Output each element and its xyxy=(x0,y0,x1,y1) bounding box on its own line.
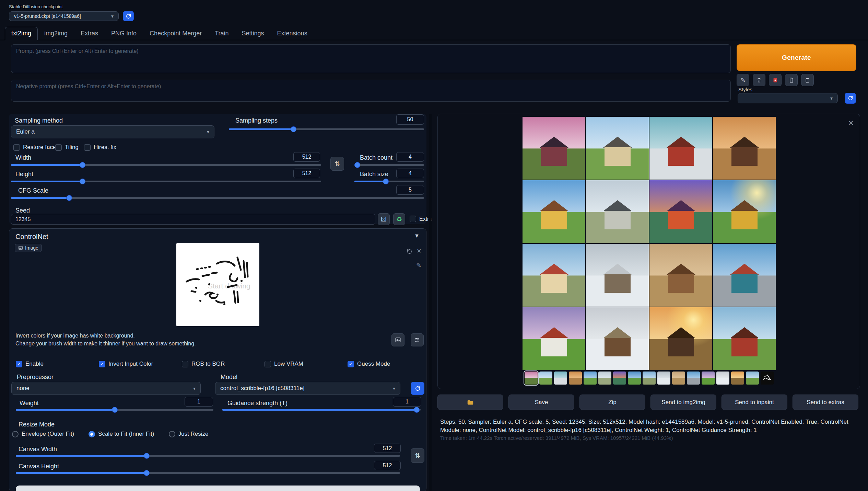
gallery-thumbnail[interactable] xyxy=(657,372,670,385)
gallery-image[interactable] xyxy=(713,117,776,180)
width-input[interactable] xyxy=(293,152,320,162)
gallery-image[interactable] xyxy=(713,244,776,307)
model-select[interactable]: control_scribble-fp16 [c508311e] ▾ xyxy=(215,382,400,395)
send-to-extras-button[interactable]: Send to extras xyxy=(793,395,858,410)
guess-mode-checkbox[interactable]: Guess Mode xyxy=(348,361,390,367)
gallery-thumbnail[interactable] xyxy=(716,372,729,385)
extra-seed-checkbox[interactable]: Extra xyxy=(410,216,432,222)
gallery-thumbnail[interactable] xyxy=(731,372,744,385)
open-folder-button[interactable] xyxy=(437,395,503,410)
slider-knob[interactable] xyxy=(383,179,389,184)
refresh-model-button[interactable] xyxy=(411,382,424,395)
slider-knob[interactable] xyxy=(144,470,150,476)
paste-params-button[interactable]: ✎ xyxy=(737,74,749,86)
slider-knob[interactable] xyxy=(354,162,360,168)
gallery-image[interactable] xyxy=(586,117,649,180)
hires-fix-checkbox[interactable]: Hires. fix xyxy=(84,144,116,151)
tab-extras[interactable]: Extras xyxy=(74,27,105,40)
save-button[interactable]: Save xyxy=(508,395,574,410)
save-style-button[interactable] xyxy=(785,74,798,86)
canvas-width-input[interactable] xyxy=(374,444,401,453)
send-to-inpaint-button[interactable]: Send to inpaint xyxy=(722,395,787,410)
gallery-image[interactable] xyxy=(523,180,585,243)
controlnet-map-thumbnail[interactable] xyxy=(761,372,774,385)
gallery-image[interactable] xyxy=(649,117,712,180)
gallery-image[interactable] xyxy=(523,307,585,370)
resize-just-resize-radio[interactable]: Just Resize xyxy=(169,431,209,437)
tab-settings[interactable]: Settings xyxy=(235,27,271,40)
rgb-to-bgr-checkbox[interactable]: RGB to BGR xyxy=(182,361,225,367)
tab-extensions[interactable]: Extensions xyxy=(271,27,314,40)
canvas-height-slider[interactable] xyxy=(16,469,400,477)
gallery-image[interactable] xyxy=(649,180,712,243)
batch-size-input[interactable] xyxy=(396,169,424,178)
width-slider[interactable] xyxy=(11,161,321,169)
prompt-input[interactable] xyxy=(11,44,731,73)
slider-knob[interactable] xyxy=(291,126,296,132)
batch-count-slider[interactable] xyxy=(354,161,424,169)
random-seed-button[interactable]: ⚄ xyxy=(378,213,390,225)
weight-input[interactable] xyxy=(185,397,213,407)
zip-button[interactable]: Zip xyxy=(579,395,645,410)
clear-prompt-button[interactable] xyxy=(753,74,765,86)
open-image-button[interactable] xyxy=(391,333,404,346)
gallery-thumbnail[interactable] xyxy=(539,372,552,385)
gallery-thumbnail[interactable] xyxy=(613,372,626,385)
gallery-image[interactable] xyxy=(586,307,649,370)
gallery-image[interactable] xyxy=(713,180,776,243)
brush-tool-button[interactable]: ✎ xyxy=(416,262,421,269)
enable-checkbox[interactable]: Enable xyxy=(16,361,44,367)
gallery-thumbnail[interactable] xyxy=(598,372,611,385)
slider-knob[interactable] xyxy=(112,407,118,413)
height-input[interactable] xyxy=(293,169,320,178)
style-red-button[interactable] xyxy=(769,74,782,86)
generate-button[interactable]: Generate xyxy=(737,44,856,71)
collapse-arrow-icon[interactable]: ▼ xyxy=(414,233,420,239)
send-to-img2img-button[interactable]: Send to img2img xyxy=(650,395,716,410)
gallery-image[interactable] xyxy=(649,307,712,370)
slider-knob[interactable] xyxy=(80,179,85,184)
batch-size-slider[interactable] xyxy=(354,178,424,185)
gallery-thumbnail[interactable] xyxy=(643,372,656,385)
gallery-image[interactable] xyxy=(649,244,712,307)
gallery-image[interactable] xyxy=(523,244,585,307)
gallery-thumbnail[interactable] xyxy=(672,372,685,385)
apply-style-button[interactable] xyxy=(801,74,814,86)
close-gallery-button[interactable]: × xyxy=(848,118,854,128)
seed-input[interactable] xyxy=(11,214,375,225)
restore-faces-checkbox[interactable]: Restore faces xyxy=(13,144,59,151)
gallery-thumbnail[interactable] xyxy=(687,372,700,385)
swap-dimensions-button[interactable]: ⇅ xyxy=(330,157,344,171)
refresh-checkpoint-button[interactable] xyxy=(123,11,134,21)
gallery-thumbnail[interactable] xyxy=(584,372,597,385)
gallery-image[interactable] xyxy=(586,244,649,307)
tab-img2img[interactable]: img2img xyxy=(38,27,74,40)
checkpoint-select[interactable]: v1-5-pruned.ckpt [e1441589a6] ▾ xyxy=(9,11,119,21)
swap-canvas-dimensions-button[interactable]: ⇅ xyxy=(411,448,424,463)
tab-txt2img[interactable]: txt2img xyxy=(5,27,38,40)
adjust-brush-button[interactable] xyxy=(411,333,424,346)
tab-checkpoint-merger[interactable]: Checkpoint Merger xyxy=(143,27,208,40)
sampling-method-select[interactable]: Euler a ▾ xyxy=(11,125,214,138)
guidance-strength-slider[interactable] xyxy=(222,406,421,413)
refresh-styles-button[interactable] xyxy=(845,93,856,104)
resize-scale-to-fit-radio[interactable]: Scale to Fit (Inner Fit) xyxy=(89,431,154,437)
gallery-thumbnail[interactable] xyxy=(569,372,582,385)
negative-prompt-input[interactable] xyxy=(11,80,731,102)
gallery-image[interactable] xyxy=(523,117,585,180)
cfg-scale-slider[interactable] xyxy=(11,194,424,202)
slider-knob[interactable] xyxy=(414,407,420,413)
tab-png-info[interactable]: PNG Info xyxy=(105,27,143,40)
preprocessor-select[interactable]: none ▾ xyxy=(11,382,201,395)
height-slider[interactable] xyxy=(11,178,321,185)
slider-knob[interactable] xyxy=(80,162,85,168)
gallery-thumbnail[interactable] xyxy=(554,372,567,385)
weight-slider[interactable] xyxy=(16,406,213,413)
sampling-steps-slider[interactable] xyxy=(229,125,424,133)
reuse-seed-button[interactable]: ♻ xyxy=(393,213,405,225)
gallery-thumbnail[interactable] xyxy=(525,372,538,385)
guidance-strength-input[interactable] xyxy=(393,397,421,407)
tiling-checkbox[interactable]: Tiling xyxy=(55,144,79,151)
controlnet-draw-canvas[interactable]: Start drawing xyxy=(176,243,259,326)
resize-envelope-radio[interactable]: Envelope (Outer Fit) xyxy=(12,431,74,437)
